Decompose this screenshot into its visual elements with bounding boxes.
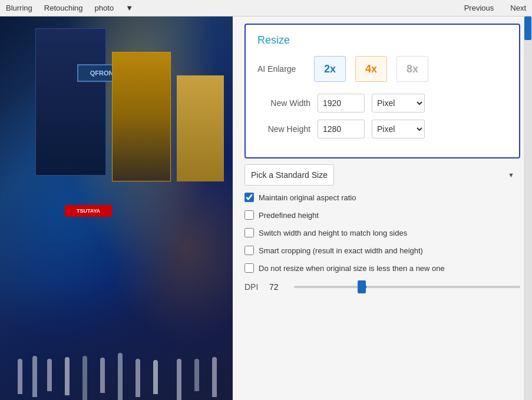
resize-card: Resize AI Enlarge 2x 4x 8x New Width Pix… [244,24,520,158]
dpi-label: DPI [244,282,262,292]
enlarge-8x-button[interactable]: 8x [396,56,428,82]
new-height-label: New Height [257,124,310,134]
photo-background: QFRONT TSUTAYA [0,16,233,400]
standard-size-select[interactable]: Pick a Standard Size [244,164,334,186]
smart-cropping-row: Smart cropping (result in exact width an… [244,246,520,255]
enlarge-2x-button[interactable]: 2x [314,56,346,82]
crowd [0,282,233,400]
ai-enlarge-label: AI Enlarge [257,64,305,74]
nav-next[interactable]: Next [510,4,526,12]
top-nav: Blurring Retouching photo ▼ Previous Nex… [0,0,532,16]
dpi-slider-wrapper [294,281,520,293]
width-input[interactable] [318,94,365,113]
nav-photo[interactable]: photo [95,4,114,12]
scrollbar-thumb[interactable] [524,16,531,40]
building-3 [177,75,224,181]
maintain-aspect-row: Maintain original aspect ratio [244,193,520,202]
switch-width-height-label: Switch width and height to match long si… [259,229,407,237]
checkboxes-section: Maintain original aspect ratio Predefine… [244,193,520,273]
height-input[interactable] [318,120,365,138]
dpi-value: 72 [269,282,287,292]
no-resize-small-row: Do not resize when original size is less… [244,263,520,273]
standard-size-wrapper: Pick a Standard Size [244,164,520,186]
building-1: QFRONT [35,28,106,176]
enlarge-4x-button[interactable]: 4x [355,56,387,82]
predefined-height-label: Predefined height [259,211,319,220]
width-unit-select[interactable]: Pixel Percent Inch cm [372,94,425,113]
predefined-height-row: Predefined height [244,210,520,220]
smart-cropping-label: Smart cropping (result in exact width an… [259,246,423,255]
building-2 [112,52,171,181]
height-row: New Height Pixel Percent Inch cm [257,120,507,138]
predefined-height-checkbox[interactable] [244,210,254,220]
scrollbar[interactable] [524,16,532,400]
dpi-row: DPI 72 [244,281,520,293]
nav-blurring[interactable]: Blurring [6,4,32,12]
height-unit-select[interactable]: Pixel Percent Inch cm [372,120,425,138]
maintain-aspect-checkbox[interactable] [244,193,254,202]
ai-enlarge-row: AI Enlarge 2x 4x 8x [257,56,507,82]
standard-size-row: Pick a Standard Size [244,164,520,186]
no-resize-small-checkbox[interactable] [244,263,254,273]
smart-cropping-checkbox[interactable] [244,246,254,255]
nav-photo-arrow: ▼ [125,4,133,12]
new-width-label: New Width [257,98,310,108]
nav-retouching[interactable]: Retouching [44,4,83,12]
no-resize-small-label: Do not resize when original size is less… [259,264,445,273]
sign-tsutaya: TSUTAYA [65,205,112,217]
dpi-thumb[interactable] [358,280,366,293]
dpi-slider[interactable] [294,286,520,288]
nav-previous[interactable]: Previous [464,4,494,12]
switch-width-height-row: Switch width and height to match long si… [244,228,520,237]
switch-width-height-checkbox[interactable] [244,228,254,237]
maintain-aspect-label: Maintain original aspect ratio [259,193,356,202]
resize-title: Resize [257,34,507,47]
width-row: New Width Pixel Percent Inch cm [257,94,507,113]
right-panel: Resize AI Enlarge 2x 4x 8x New Width Pix… [233,16,532,400]
